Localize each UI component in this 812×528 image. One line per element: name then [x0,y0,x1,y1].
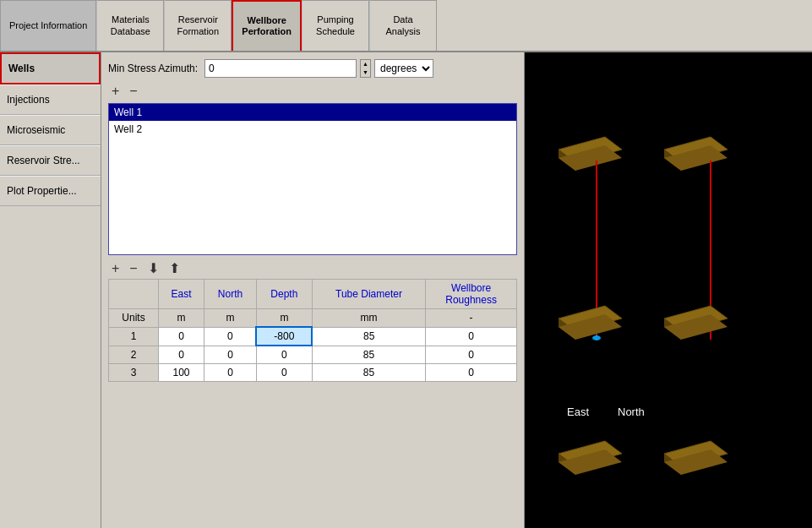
tube-diameter-2[interactable]: 85 [312,346,425,364]
sidebar-item-plot-properties[interactable]: Plot Propertie... [0,176,101,206]
col-header-north: North [204,280,257,309]
tube-diameter-1[interactable]: 85 [312,327,425,346]
wellbore-roughness-3[interactable]: 0 [426,364,517,382]
table-toolbar: + − ⬇ ⬆ [108,262,517,275]
stress-row: Min Stress Azimuth: ▲ ▼ degrees radians [108,59,517,78]
main-layout: Wells Injections Microseismic Reservoir … [0,52,812,528]
upload-button[interactable]: ⬆ [166,262,183,275]
table-row-units: Units m m m mm - [109,309,517,328]
tab-project-information[interactable]: Project Information [0,0,96,51]
table-row-3: 3 100 0 0 85 0 [109,364,517,382]
tab-materials-database[interactable]: MaterialsDatabase [96,0,164,51]
tab-bar: Project Information MaterialsDatabase Re… [0,0,812,52]
col-header-wellbore-roughness: WellboreRoughness [426,280,517,309]
unit-select[interactable]: degrees radians [374,59,433,78]
svg-text:North: North [618,406,645,418]
well-list-toolbar: + − [108,84,517,98]
tab-pumping-schedule[interactable]: PumpingSchedule [302,0,369,51]
spinner-down-icon[interactable]: ▼ [361,68,370,77]
east-2[interactable]: 0 [158,346,204,364]
table-row-2: 2 0 0 0 85 0 [109,346,517,364]
east-1[interactable]: 0 [158,327,204,346]
remove-well-button[interactable]: − [126,84,140,98]
depth-unit: m [256,309,312,328]
tube-diameter-3[interactable]: 85 [312,364,425,382]
north-1[interactable]: 0 [204,327,257,346]
viewport-3d: East North [525,52,812,528]
add-well-button[interactable]: + [108,84,123,98]
sidebar: Wells Injections Microseismic Reservoir … [0,52,101,528]
well-list[interactable]: Well 1 Well 2 [108,103,517,255]
units-label: Units [109,309,159,328]
spinner-up-icon[interactable]: ▲ [361,60,370,68]
col-header-depth: Depth [256,280,312,309]
depth-2[interactable]: 0 [256,346,312,364]
depth-3[interactable]: 0 [256,364,312,382]
min-stress-spinner[interactable]: ▲ ▼ [360,59,371,78]
north-2[interactable]: 0 [204,346,257,364]
svg-text:East: East [567,406,589,418]
center-panel: Min Stress Azimuth: ▲ ▼ degrees radians … [101,52,525,528]
row-num-2: 2 [109,346,159,364]
row-num-3: 3 [109,364,159,382]
tab-wellbore-perforation[interactable]: WellborePerforation [232,0,302,51]
min-stress-input[interactable] [204,59,357,78]
sidebar-item-reservoir-stress[interactable]: Reservoir Stre... [0,145,101,176]
north-3[interactable]: 0 [204,364,257,382]
right-panel: East North [525,52,812,528]
sidebar-item-microseismic[interactable]: Microseismic [0,115,101,145]
remove-row-button[interactable]: − [126,262,140,275]
wellbore-roughness-2[interactable]: 0 [426,346,517,364]
col-header-rownum [109,280,159,309]
wellbore-roughness-unit: - [426,309,517,328]
east-unit: m [158,309,204,328]
add-row-button[interactable]: + [108,262,123,275]
well-item-2[interactable]: Well 2 [109,121,516,138]
tab-reservoir-formation[interactable]: ReservoirFormation [164,0,232,51]
sidebar-item-injections[interactable]: Injections [0,84,101,115]
svg-point-15 [592,335,601,340]
well-item-1[interactable]: Well 1 [109,104,516,121]
table-row-1: 1 0 0 -800 85 0 [109,327,517,346]
3d-view-svg: East North [525,52,812,528]
wellbore-roughness-1[interactable]: 0 [426,327,517,346]
row-num-1: 1 [109,327,159,346]
sidebar-item-wells[interactable]: Wells [0,52,101,84]
tube-diameter-unit: mm [312,309,425,328]
col-header-tube-diameter: Tube Diameter [312,280,425,309]
east-3[interactable]: 100 [158,364,204,382]
col-header-east: East [158,280,204,309]
depth-1[interactable]: -800 [256,327,312,346]
north-unit: m [204,309,257,328]
min-stress-label: Min Stress Azimuth: [108,63,198,74]
data-table: East North Depth Tube Diameter WellboreR… [108,279,517,382]
tab-data-analysis[interactable]: DataAnalysis [369,0,437,51]
download-button[interactable]: ⬇ [144,262,162,275]
